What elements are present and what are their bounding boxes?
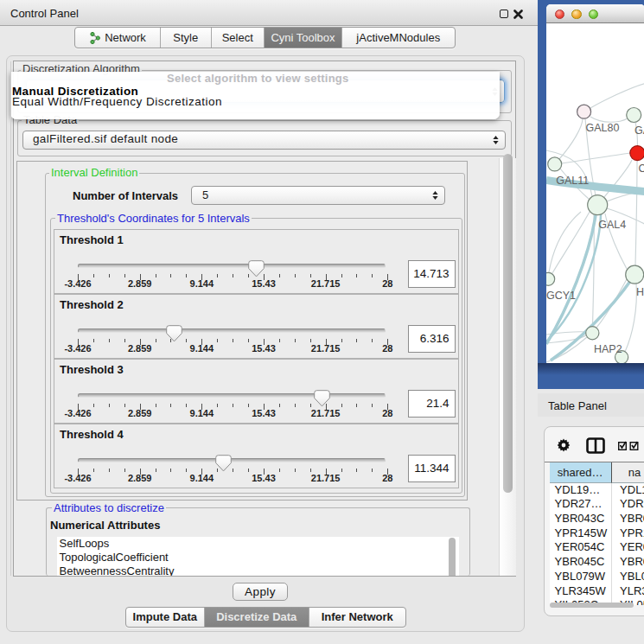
svg-text:GAL80: GAL80 bbox=[585, 121, 619, 133]
svg-text:GCY1: GCY1 bbox=[546, 289, 576, 301]
svg-text:CR: CR bbox=[638, 162, 644, 174]
svg-text:H: H bbox=[635, 286, 643, 298]
svg-text:GAL11: GAL11 bbox=[556, 174, 589, 186]
svg-text:GA: GA bbox=[634, 124, 644, 137]
svg-text:HAP2: HAP2 bbox=[594, 342, 622, 354]
svg-text:GAL4: GAL4 bbox=[598, 218, 626, 230]
